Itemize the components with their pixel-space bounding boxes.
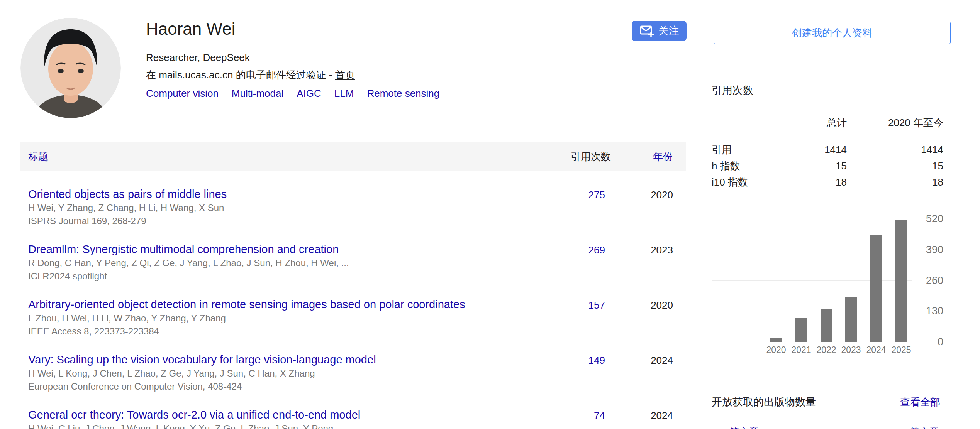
publication-cited-by-cell: 275 — [545, 187, 611, 201]
divider — [712, 416, 951, 416]
publication-year-cell: 2024 — [611, 408, 686, 422]
cited-by-count-link[interactable]: 275 — [588, 189, 605, 201]
stats-row-label: i10 指数 — [712, 174, 789, 190]
publication-year-cell: 2020 — [611, 298, 686, 311]
stats-header-since: 2020 年至今 — [847, 116, 951, 130]
stats-row: i10 指数 18 18 — [712, 174, 951, 190]
publication-authors: H Wei, C Liu, J Chen, J Wang, L Kong, Y … — [28, 422, 545, 429]
stats-row-label: 引用 — [712, 142, 789, 158]
avatar-illustration — [20, 18, 121, 118]
interest-tag-link[interactable]: Computer vision — [146, 88, 219, 100]
view-all-link[interactable]: 查看全部 — [900, 394, 951, 410]
profile-affiliation: Researcher, DeepSeek — [146, 52, 439, 64]
verified-email-line: 在 mails.ucas.ac.cn 的电子邮件经过验证 - 首页 — [146, 69, 439, 81]
chart-tick-label: 390 — [882, 243, 943, 256]
header-cited-by-cell: 引用次数 — [545, 150, 611, 164]
citations-chart: 0130260390520202020212022202320242025 — [712, 213, 951, 361]
cited-by-count-link[interactable]: 74 — [594, 410, 605, 421]
open-access-count-link[interactable]: 篇文章 — [730, 426, 759, 429]
stats-row-since-value: 18 — [847, 174, 951, 190]
chart-x-label: 2025 — [884, 345, 919, 355]
interest-tag-link[interactable]: LLM — [334, 88, 354, 100]
publications-table-header: 标题 引用次数 年份 — [20, 142, 686, 171]
publication-authors: L Zhou, H Wei, H Li, W Zhao, Y Zhang, Y … — [28, 312, 545, 324]
publications-table: 标题 引用次数 年份 Oriented objects as pairs of … — [20, 142, 686, 429]
avatar — [20, 18, 121, 118]
open-access-count-link[interactable]: 篇文章 — [910, 426, 939, 429]
follow-button[interactable]: 关注 — [632, 21, 687, 41]
publication-row: General ocr theory: Towards ocr-2.0 via … — [20, 408, 686, 429]
publication-title-link[interactable]: General ocr theory: Towards ocr-2.0 via … — [28, 408, 360, 422]
publication-info: Oriented objects as pairs of middle line… — [20, 187, 545, 227]
interest-tag-link[interactable]: AIGC — [297, 88, 321, 100]
publication-venue: ICLR2024 spotlight — [28, 270, 545, 282]
citations-stats-header: 总计 2020 年至今 — [712, 110, 951, 135]
publication-info: Arbitrary-oriented object detection in r… — [20, 298, 545, 338]
open-access-panel: 开放获取的出版物数量 查看全部 — [712, 394, 951, 416]
stats-row-all-value: 15 — [789, 158, 847, 174]
publication-title-link[interactable]: Arbitrary-oriented object detection in r… — [28, 298, 465, 311]
publication-venue: ISPRS Journal 169, 268-279 — [28, 215, 545, 227]
citations-panel: 引用次数 总计 2020 年至今 引用 1414 1414 h 指数 15 15… — [712, 84, 951, 190]
publication-authors: R Dong, C Han, Y Peng, Z Qi, Z Ge, J Yan… — [28, 257, 545, 269]
publication-info: Dreamllm: Synergistic multimodal compreh… — [20, 243, 545, 282]
chart-tick-label: 130 — [882, 305, 943, 317]
follow-envelope-plus-icon — [639, 24, 654, 37]
publication-cited-by-cell: 74 — [545, 408, 611, 422]
publication-title-link[interactable]: Oriented objects as pairs of middle line… — [28, 187, 227, 201]
header-title-cell: 标题 — [20, 150, 545, 164]
publication-venue: European Conference on Computer Vision, … — [28, 380, 545, 393]
chart-bar-2023 — [845, 297, 857, 342]
open-access-partial-row: 篇文章 篇文章 — [712, 426, 951, 429]
cited-by-count-link[interactable]: 269 — [588, 244, 605, 256]
interest-tag-link[interactable]: Multi-modal — [232, 88, 283, 100]
chart-bar-2024 — [870, 235, 882, 342]
cited-by-count-link[interactable]: 149 — [588, 355, 605, 366]
stats-row-since-value: 1414 — [847, 142, 951, 158]
chart-plot: 0130260390520202020212022202320242025 — [712, 213, 951, 361]
chart-bar-2025 — [895, 220, 907, 342]
create-profile-button[interactable]: 创建我的个人资料 — [714, 22, 951, 44]
sort-by-title-link[interactable]: 标题 — [28, 151, 48, 162]
citations-stats-rows: 引用 1414 1414 h 指数 15 15 i10 指数 18 18 — [712, 135, 951, 190]
stats-row-since-value: 15 — [847, 158, 951, 174]
publication-authors: H Wei, L Kong, J Chen, L Zhao, Z Ge, J Y… — [28, 367, 545, 380]
citations-panel-title[interactable]: 引用次数 — [712, 84, 951, 96]
publication-row: Oriented objects as pairs of middle line… — [20, 187, 686, 227]
stats-header-all: 总计 — [789, 116, 847, 130]
publication-title-link[interactable]: Dreamllm: Synergistic multimodal compreh… — [28, 243, 339, 256]
publication-info: General ocr theory: Towards ocr-2.0 via … — [20, 408, 545, 429]
publications-rows: Oriented objects as pairs of middle line… — [20, 187, 686, 429]
stats-row-all-value: 18 — [789, 174, 847, 190]
cited-by-count-link[interactable]: 157 — [588, 299, 605, 311]
profile-name: Haoran Wei — [146, 19, 439, 39]
publication-row: Arbitrary-oriented object detection in r… — [20, 298, 686, 338]
publication-authors: H Wei, Y Zhang, Z Chang, H Li, H Wang, X… — [28, 202, 545, 214]
chart-tick-label: 520 — [882, 213, 943, 225]
chart-bar-2022 — [821, 309, 832, 342]
publication-row: Dreamllm: Synergistic multimodal compreh… — [20, 243, 686, 282]
stats-row: 引用 1414 1414 — [712, 142, 951, 158]
verified-email-text: 在 mails.ucas.ac.cn 的电子邮件经过验证 - — [146, 69, 335, 81]
publication-cited-by-cell: 149 — [545, 353, 611, 367]
publication-year-cell: 2020 — [611, 187, 686, 201]
publication-year-cell: 2023 — [611, 243, 686, 256]
chart-bar-2020 — [770, 338, 782, 342]
publication-row: Vary: Scaling up the vision vocabulary f… — [20, 353, 686, 393]
follow-button-label: 关注 — [658, 24, 679, 38]
header-year-cell: 年份 — [611, 150, 686, 164]
publication-venue: IEEE Access 8, 223373-223384 — [28, 325, 545, 338]
publication-year-cell: 2024 — [611, 353, 686, 367]
stats-row: h 指数 15 15 — [712, 158, 951, 174]
open-access-title: 开放获取的出版物数量 — [712, 394, 816, 410]
publication-cited-by-cell: 157 — [545, 298, 611, 311]
chart-tick-label: 260 — [882, 274, 943, 287]
stats-row-label: h 指数 — [712, 158, 789, 174]
publication-info: Vary: Scaling up the vision vocabulary f… — [20, 353, 545, 393]
homepage-link[interactable]: 首页 — [335, 69, 355, 81]
stats-row-all-value: 1414 — [789, 142, 847, 158]
publication-title-link[interactable]: Vary: Scaling up the vision vocabulary f… — [28, 353, 376, 367]
sort-by-year-link[interactable]: 年份 — [653, 151, 673, 162]
chart-bar-2021 — [795, 318, 807, 342]
interest-tag-link[interactable]: Remote sensing — [367, 88, 439, 100]
